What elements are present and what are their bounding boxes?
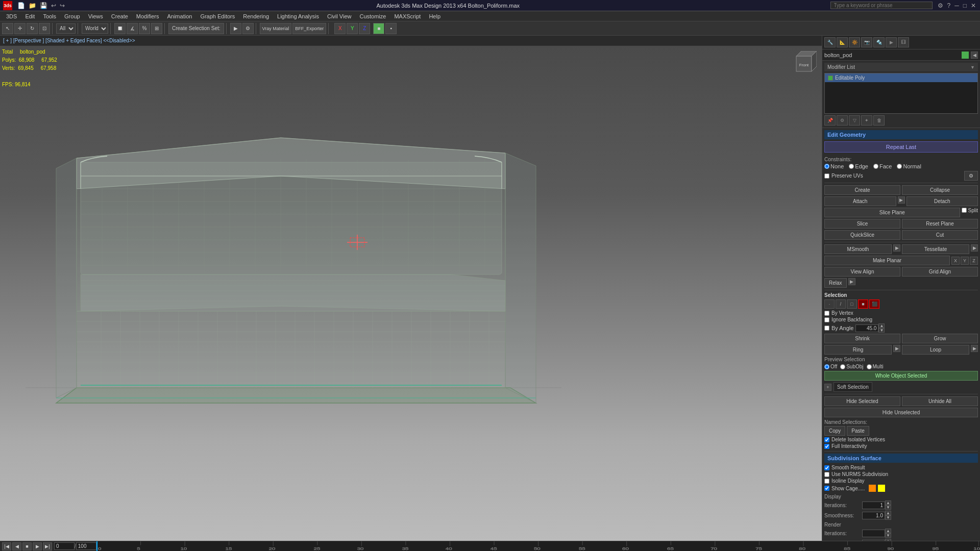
panel-icon-1[interactable]: 🔧 xyxy=(824,37,836,47)
rs-up[interactable]: ▲ xyxy=(885,539,891,541)
grid-align-button[interactable]: Grid Align xyxy=(902,267,978,277)
preview-subobj[interactable]: SubObj xyxy=(840,364,863,369)
panel-icon-4[interactable]: 📷 xyxy=(861,37,872,47)
y-btn[interactable]: Y xyxy=(961,257,969,265)
remove-mod-btn[interactable]: 🗑 xyxy=(873,115,885,126)
by-angle-input[interactable] xyxy=(855,324,878,332)
by-vertex-check[interactable] xyxy=(824,311,829,316)
view-align-button[interactable]: View Align xyxy=(824,267,900,277)
view-mode-2[interactable]: ▪ xyxy=(385,23,397,34)
repeat-last-button[interactable]: Repeat Last xyxy=(824,141,978,153)
cage-color-2[interactable] xyxy=(878,485,885,492)
open-icon[interactable]: 📁 xyxy=(28,2,37,9)
constraint-face[interactable]: Face xyxy=(873,163,892,169)
relax-button[interactable]: Relax xyxy=(824,278,847,288)
settings-icon[interactable]: ⚙ xyxy=(937,2,944,9)
redo-icon[interactable]: ↪ xyxy=(59,2,66,9)
iter-spin-down[interactable]: ▼ xyxy=(885,505,891,510)
ring-button[interactable]: Ring xyxy=(824,345,892,355)
constraint-normal[interactable]: Normal xyxy=(897,163,921,169)
ignore-backfacing-check[interactable] xyxy=(824,317,829,322)
grow-button[interactable]: Grow xyxy=(902,334,978,343)
panel-icon-7[interactable]: 🎞 xyxy=(898,37,909,47)
unhide-all-button[interactable]: Unhide All xyxy=(902,396,978,406)
slice-button[interactable]: Slice xyxy=(824,219,900,229)
menu-animation[interactable]: Animation xyxy=(163,12,196,20)
quickslice-button[interactable]: QuickSlice xyxy=(824,230,900,240)
menu-create[interactable]: Create xyxy=(107,12,132,20)
bff-exporter[interactable]: BFF_Exporter xyxy=(292,23,326,34)
hide-selected-button[interactable]: Hide Selected xyxy=(824,396,900,406)
prev-frame-btn[interactable]: |◀ xyxy=(2,542,11,550)
loop-button[interactable]: Loop xyxy=(902,345,969,355)
smooth-spin-down[interactable]: ▼ xyxy=(885,515,891,520)
preserve-uvs-check[interactable] xyxy=(824,173,829,179)
msmooth-button[interactable]: MSmooth xyxy=(824,244,892,254)
object-color-swatch[interactable] xyxy=(962,52,969,59)
show-cage-check[interactable] xyxy=(824,486,829,491)
rend-iter-up[interactable]: ▲ xyxy=(885,529,891,533)
attach-button[interactable]: Attach xyxy=(824,196,896,206)
save-icon[interactable]: 💾 xyxy=(39,2,48,9)
modifier-list-header[interactable]: Modifier List ▼ xyxy=(824,63,978,71)
use-nurms-check[interactable] xyxy=(824,472,829,477)
create-button[interactable]: Create xyxy=(824,185,900,195)
view-mode-1[interactable]: ■ xyxy=(373,23,384,34)
panel-icon-5[interactable]: 🔩 xyxy=(873,37,885,47)
menu-rendering[interactable]: Rendering xyxy=(239,12,273,20)
percent-snap[interactable]: % xyxy=(139,23,150,34)
paste-sel-button[interactable]: Paste xyxy=(847,426,869,436)
snap-toggle[interactable]: 🔲 xyxy=(114,23,126,34)
render-btn[interactable]: ▶ xyxy=(230,23,241,34)
loop-expand[interactable]: ▶ xyxy=(971,345,978,352)
full-interactivity-check[interactable] xyxy=(824,444,829,449)
reference-dropdown[interactable]: All xyxy=(56,23,76,34)
move-btn[interactable]: ✛ xyxy=(14,23,26,34)
help-icon[interactable]: ? xyxy=(946,2,952,9)
hide-unselected-button[interactable]: Hide Unselected xyxy=(824,408,978,417)
world-dropdown[interactable]: World xyxy=(82,23,108,34)
rend-iter-dn[interactable]: ▼ xyxy=(885,533,891,538)
attach-expand[interactable]: ▶ xyxy=(898,196,905,204)
make-planar-button[interactable]: Make Planar xyxy=(824,256,950,265)
copy-sel-button[interactable]: Copy xyxy=(824,426,845,436)
iter-spin-up[interactable]: ▲ xyxy=(885,500,891,505)
panel-icon-3[interactable]: 🔆 xyxy=(849,37,860,47)
panel-icon-2[interactable]: 📐 xyxy=(837,37,848,47)
constraint-none[interactable]: None xyxy=(824,163,844,169)
funnel-icon[interactable]: ▽ xyxy=(849,115,860,126)
unique-btn[interactable]: ✦ xyxy=(861,115,872,126)
tessellate-expand[interactable]: ▶ xyxy=(971,244,978,252)
shrink-button[interactable]: Shrink xyxy=(824,334,900,343)
play-forward-btn[interactable]: ▶ xyxy=(33,542,42,550)
menu-group[interactable]: Group xyxy=(60,12,84,20)
scale-btn[interactable]: ⊡ xyxy=(39,23,50,34)
detach-button[interactable]: Detach xyxy=(906,196,978,206)
current-frame-input[interactable] xyxy=(54,542,75,550)
x-btn[interactable]: X xyxy=(951,257,960,265)
play-backward-btn[interactable]: ◀ xyxy=(12,542,21,550)
render-iterations-input[interactable] xyxy=(862,530,885,537)
soft-selection-header[interactable]: Soft Selection xyxy=(834,382,872,392)
menu-views[interactable]: Views xyxy=(84,12,107,20)
relax-expand[interactable]: ▶ xyxy=(848,278,855,285)
viewport-3d[interactable]: Total bolton_pod Polys: 68,908 67,952 Ve… xyxy=(0,46,822,541)
timeline-bar[interactable]: 0 5 10 15 20 25 30 35 40 45 50 55 60 65 … xyxy=(96,541,980,551)
menu-civil-view[interactable]: Civil View xyxy=(323,12,355,20)
menu-customize[interactable]: Customize xyxy=(355,12,390,20)
menu-edit[interactable]: Edit xyxy=(21,12,39,20)
constraint-edge[interactable]: Edge xyxy=(849,163,868,169)
angle-snap[interactable]: ∡ xyxy=(127,23,138,34)
spinner-snap[interactable]: ⊞ xyxy=(151,23,162,34)
new-icon[interactable]: 📄 xyxy=(16,2,26,9)
border-icon[interactable]: □ xyxy=(847,299,857,309)
menu-help[interactable]: Help xyxy=(425,12,445,20)
navigation-cube[interactable]: Front xyxy=(791,51,817,77)
slice-plane-button[interactable]: Slice Plane xyxy=(824,208,960,217)
by-angle-check[interactable] xyxy=(824,325,829,331)
menu-lighting[interactable]: Lighting Analysis xyxy=(273,12,323,20)
rotate-btn[interactable]: ↻ xyxy=(27,23,38,34)
smooth-result-check[interactable] xyxy=(824,465,829,470)
cage-color-1[interactable] xyxy=(869,485,876,492)
smoothness-input[interactable] xyxy=(862,512,885,519)
